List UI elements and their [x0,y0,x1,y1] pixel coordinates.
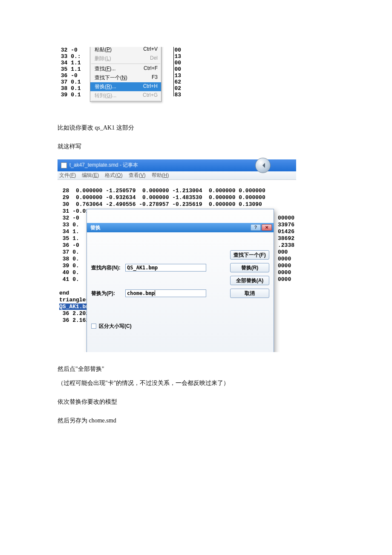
instruction-text-4: （过程可能会出现"卡"的情况，不过没关系，一会都反映过来了） [58,378,334,388]
menu-item: 转到(G)...Ctrl+G [90,91,161,100]
find-input[interactable]: QS_AK1.bmp [125,264,206,272]
replace-all-button[interactable]: 全部替换(A) [230,276,269,285]
find-label: 查找内容(N): [91,264,125,271]
editor-left-gutter: 32 -0 33 0.: 34 1.1 35 1.1 36 -0 37 0.1 … [58,47,81,98]
menu-item: 删除(L)Del [90,54,161,63]
notepad-title-text: t_ak47_template.smd - 记事本 [69,162,138,169]
menu-item[interactable]: 查找(F)...Ctrl+F [90,64,161,73]
notepad-text-area[interactable]: 28 0.000000 -1.250579 0.000000 -1.213004… [58,180,296,352]
notepad-screenshot: t_ak47_template.smd - 记事本 文件(F)编辑(E)格式(O… [58,159,296,352]
help-button[interactable]: ? [251,224,261,231]
menu-separator [91,64,160,64]
code-lines-left: 32 -0 33 0. 34 1. 35 1. 36 -0 37 0. 38 0… [59,215,79,283]
code-triangles: triangles [59,297,89,303]
close-button[interactable]: ✕ [262,224,272,231]
dialog-titlebar: 替换 ? ✕ [87,223,274,232]
replace-dialog: 替换 ? ✕ 查找内容(N): QS_AK1.bmp 替换为(P): chome… [86,209,274,352]
case-checkbox-row[interactable]: 区分大小写(C) [91,323,269,330]
menu-item[interactable]: 格式(O) [105,172,122,179]
dialog-title-text: 替换 [90,224,101,231]
menu-separator [91,101,160,101]
menu-item[interactable]: 替换(R)...Ctrl+H [90,82,161,91]
code-end: end [59,290,69,296]
cancel-button[interactable]: 取消 [230,289,269,298]
replace-input[interactable]: chome.bmp [125,289,206,297]
back-button-icon[interactable] [255,158,271,173]
instruction-text-5: 依次替换你要改的模型 [58,397,334,407]
instruction-text-2: 就这样写 [58,142,334,152]
checkbox-icon[interactable] [91,324,96,329]
replace-button[interactable]: 替换(R) [230,263,269,272]
instruction-text-1: 比如说你要改 qs_AK1 这部分 [58,123,334,133]
notepad-titlebar: t_ak47_template.smd - 记事本 [58,159,296,171]
code-lines-right: 00000 33976 01426 38692 .2338 000 0000 0… [278,215,294,283]
edit-context-menu: 粘贴(P)Ctrl+V删除(L)Del查找(F)...Ctrl+F查找下一个(N… [90,47,161,102]
menu-item[interactable]: 编辑(E) [82,172,99,179]
find-next-button[interactable]: 查找下一个(F) [230,250,269,260]
menu-item[interactable]: 帮助(H) [152,172,169,179]
replace-label: 替换为(P): [91,290,125,297]
instruction-text-6: 然后另存为 chome.smd [58,416,334,426]
menu-item[interactable]: 查找下一个(N)F3 [90,73,161,82]
menu-item[interactable]: 查看(V) [129,172,146,179]
context-menu-screenshot: 32 -0 33 0.: 34 1.1 35 1.1 36 -0 37 0.1 … [58,47,181,111]
notepad-icon [61,162,67,168]
menu-item[interactable]: 文件(F) [59,172,76,179]
instruction-text-3: 然后点"全部替换" [58,364,334,374]
case-label: 区分大小写(C) [99,323,132,330]
menu-item[interactable]: 粘贴(P)Ctrl+V [90,47,161,54]
editor-right-fragment: 00 13 00 00 13 62 02 83 [173,47,181,96]
